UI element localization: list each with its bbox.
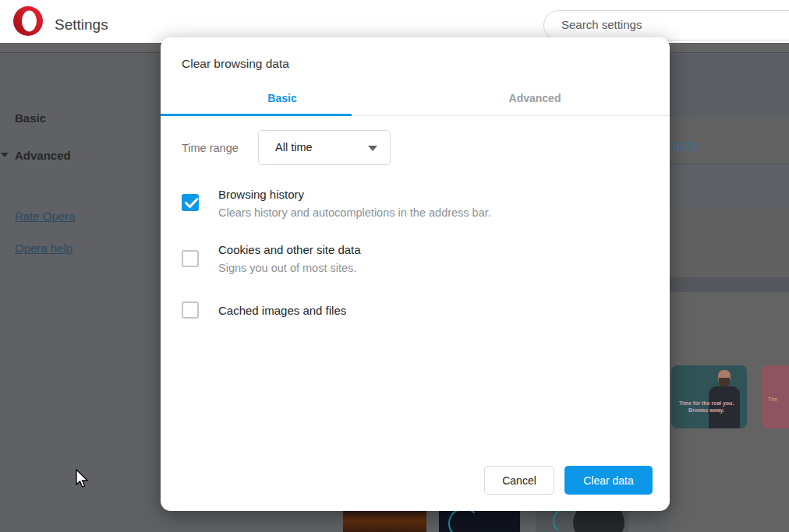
promo-caption: Tim [768,396,777,402]
dimmed-card [670,208,789,277]
option-description: Signs you out of most sites. [218,262,356,274]
promo-thumbnail-pink[interactable]: Tim [762,365,789,428]
search-placeholder: Search settings [561,18,642,31]
active-tab-indicator [161,114,352,116]
tab-advanced[interactable]: Advanced [496,92,574,104]
time-range-select[interactable]: All time [258,130,391,165]
search-input[interactable]: Search settings [543,10,789,41]
promo-thumbnail-teal[interactable]: Time for the real you. Browse away. [671,365,747,428]
app-header: Settings Search settings [0,0,789,43]
option-label: Cookies and other site data [218,243,361,256]
clear-browsing-data-dialog: Clear browsing data Basic Advanced Time … [161,37,670,511]
dimmed-card [670,54,789,118]
cancel-button[interactable]: Cancel [484,466,554,495]
option-label: Cached images and files [218,304,346,317]
chevron-down-icon [1,153,9,157]
dropdown-caret-icon [368,146,377,151]
circle-graphic [448,508,479,532]
page-title: Settings [55,16,108,33]
option-label: Browsing history [218,188,304,201]
clear-data-button[interactable]: Clear data [564,466,653,495]
mouse-cursor [75,469,90,489]
option-description: Clears history and autocompletions in th… [218,206,491,219]
dialog-title: Clear browsing data [182,57,289,71]
checkbox-1[interactable] [182,250,199,267]
time-range-value: All time [275,141,313,153]
sidebar-item-advanced[interactable]: Advanced [15,149,71,162]
dimmed-card [670,165,789,208]
tab-basic[interactable]: Basic [243,92,321,104]
rate-opera-link[interactable]: Rate Opera [15,210,76,223]
opera-settings-window: Basic Advanced Rate Opera Opera help mor… [0,0,789,532]
sidebar-item-basic[interactable]: Basic [15,111,46,125]
time-range-label: Time range [182,142,239,154]
dimmed-card [670,277,789,292]
checkmark-icon [184,197,200,210]
more-link[interactable]: more [670,138,697,151]
opera-logo-icon[interactable] [13,6,43,36]
promo-caption: Time for the real you. Browse away. [676,400,737,414]
checkbox-0[interactable] [182,194,199,211]
checkbox-2[interactable] [182,301,199,319]
opera-help-link[interactable]: Opera help [15,241,73,255]
